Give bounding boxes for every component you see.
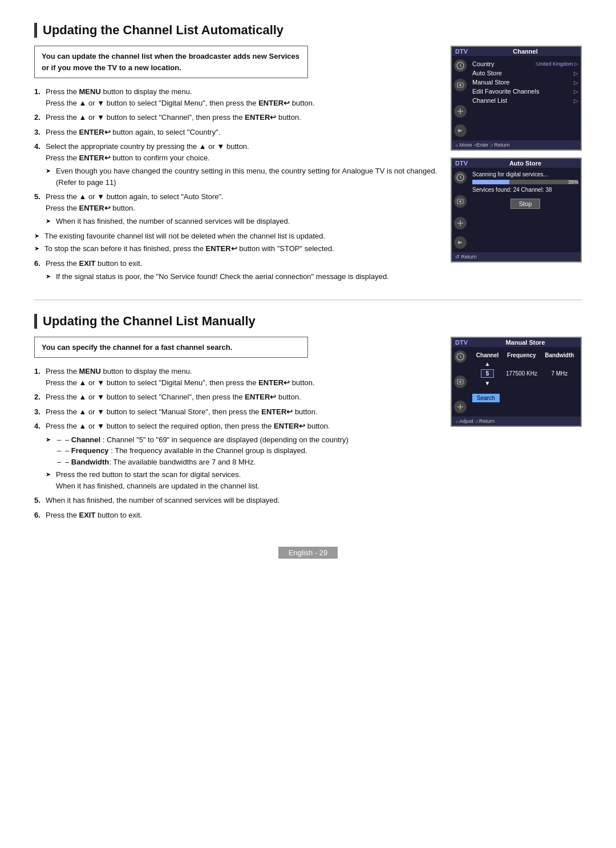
manual-table: Channel Frequency Bandwidth ▲ [472,350,578,388]
dtv-label: DTV [455,160,468,167]
progress-label: 35% [568,179,578,185]
svg-point-5 [459,200,461,203]
icon-column [454,59,470,137]
step4: 4. Press the ▲ or ▼ button to select the… [34,421,439,491]
col-frequency: Frequency [502,352,541,359]
step4: 4. Select the appropriate country by pre… [34,141,439,188]
screen-footer: ⬦ Move ↩Enter ↺ Return [452,140,581,150]
note-item: To stop the scan before it has finished,… [34,243,439,255]
screen-footer: ↺ Return [452,252,581,261]
col-bandwidth: Bandwidth [542,352,577,359]
menu-channellist: Channel List ▷ [472,96,578,105]
icon3 [454,401,467,413]
screen-title: Auto Store [473,160,577,167]
page-footer: English - 29 [34,547,582,559]
infobox-text: You can update the channel list when the… [42,52,299,72]
svg-point-8 [459,381,461,383]
svg-point-2 [459,84,461,86]
icon3 [454,217,467,229]
section1-text: You can update the channel list when the… [34,46,439,286]
section1-full-notes: The existing favourite channel list will… [34,231,439,255]
note-item: – Channel : Channel "5" to "69" in seque… [46,434,439,468]
infobox-text: You can specify the channel for a fast c… [42,343,232,352]
step6-notes: If the signal status is poor, the "No Se… [46,271,439,282]
section2-text: You can specify the channel for a fast c… [34,337,439,524]
step1: 1. Press the MENU button to display the … [34,366,439,388]
icon1 [454,350,467,363]
icon3 [454,105,467,118]
dtv-label: DTV [455,48,468,55]
section1-infobox: You can update the channel list when the… [34,46,308,78]
menu-editfav: Edit Favourite Channels ▷ [472,87,578,96]
channel-value: 5 [481,369,495,378]
icon-column [454,171,470,249]
step5: 5. Press the ▲ or ▼ button again, to sel… [34,191,439,227]
note-item: Even though you have changed the country… [46,165,439,188]
section2-infobox: You can specify the channel for a fast c… [34,337,308,358]
note-item: The existing favourite channel list will… [34,231,439,242]
step1: 1. Press the MENU button to display the … [34,86,439,108]
screen-title: Manual Store [473,339,577,346]
icon2 [454,195,467,208]
icon1 [454,171,467,184]
autostore-screen: DTV Auto Store [451,158,582,263]
manual-content: Channel Frequency Bandwidth ▲ [472,350,578,413]
note-item: Press the red button to start the scan f… [46,469,439,491]
icon4 [454,124,467,137]
step6: 6. Press the EXIT button to exit. If the… [34,258,439,282]
step3: 3. Press the ENTER↩ button again, to sel… [34,127,439,138]
progress-container: 35% [472,180,578,184]
progress-fill [472,180,509,184]
stop-button[interactable]: Stop [510,199,541,209]
step4-notes: Even though you have changed the country… [46,165,439,188]
step4-arrow-notes: – Channel : Channel "5" to "69" in seque… [46,434,439,492]
autostore-content: Scanning for digital services... 35% Ser… [472,171,578,249]
step2: 2. Press the ▲ or ▼ button to select "Ch… [34,391,439,403]
section1-step6: 6. Press the EXIT button to exit. If the… [34,258,439,282]
section1-steps: 1. Press the MENU button to display the … [34,86,439,227]
manualstore-screen: DTV Manual Store [451,337,582,427]
section2-heading: Updating the Channel List Manually [34,314,582,329]
stop-btn-container: Stop [472,196,578,211]
services-text: Services found: 24 Channel: 38 [472,187,578,193]
section-divider [34,300,582,300]
search-button[interactable]: Search [472,394,500,402]
section1-heading: Updating the Channel List Automatically [34,23,582,38]
screen-header: DTV Auto Store [452,159,581,168]
scanning-text: Scanning for digital services... [472,171,578,177]
channel-screen: DTV Channel [451,46,582,151]
icon2 [454,79,467,91]
screen-title: Channel [473,48,577,55]
down-arrow: ▼ [473,379,501,387]
up-arrow: ▲ [473,360,501,368]
page-number: English - 29 [278,547,338,559]
note-item: If the signal status is poor, the "No Se… [46,271,439,282]
step3: 3. Press the ▲ or ▼ button to select "Ma… [34,406,439,418]
menu-manualstore: Manual Store ▷ [472,78,578,87]
icon2 [454,375,467,388]
menu-autostore: Auto Store ▷ [472,68,578,78]
screen-header: DTV Channel [452,47,581,56]
screen-header: DTV Manual Store [452,338,581,347]
step2: 2. Press the ▲ or ▼ button to select "Ch… [34,112,439,123]
screen-footer: ⬦ Adjust ↺ Return [452,417,581,426]
step6: 6. Press the EXIT button to exit. [34,510,439,521]
menu-country: Country :United Kingdom ▷ [472,59,578,68]
icon1 [454,59,467,72]
progress-bar [472,180,578,184]
dtv-label: DTV [455,339,468,346]
search-container: Search [472,391,578,402]
icon4 [454,236,467,249]
section2-steps: 1. Press the MENU button to display the … [34,366,439,520]
step5: 5. When it has finished, the number of s… [34,495,439,506]
col-channel: Channel [473,352,501,359]
note-item: When it has finished, the number of scan… [46,216,439,227]
menu-items: Country :United Kingdom ▷ Auto Store ▷ M… [472,59,578,137]
icon-column [454,350,470,413]
section1-screens: DTV Channel [451,46,582,286]
section2-screens: DTV Manual Store [451,337,582,524]
step5-notes: When it has finished, the number of scan… [46,216,439,227]
